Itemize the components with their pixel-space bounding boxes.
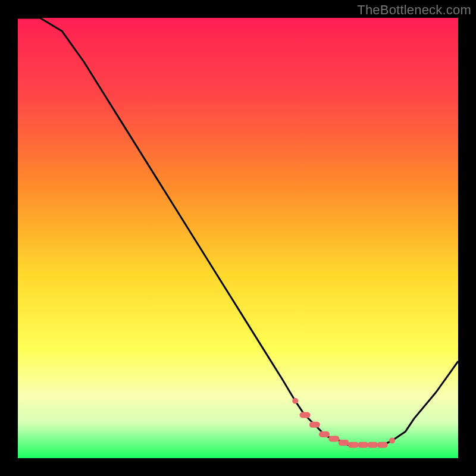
chart-plot bbox=[18, 18, 458, 458]
curve-marker bbox=[300, 412, 311, 418]
chart-frame: TheBottleneck.com bbox=[0, 0, 476, 476]
curve-marker bbox=[309, 422, 320, 428]
chart-svg bbox=[18, 18, 458, 458]
curve-marker bbox=[319, 431, 330, 437]
curve-marker bbox=[339, 440, 349, 446]
curve-marker bbox=[367, 442, 378, 448]
curve-marker bbox=[292, 398, 298, 404]
gradient-background bbox=[18, 18, 458, 458]
curve-marker bbox=[348, 442, 359, 448]
curve-marker bbox=[358, 442, 368, 448]
watermark-label: TheBottleneck.com bbox=[357, 2, 471, 18]
curve-marker bbox=[377, 442, 388, 448]
curve-marker bbox=[328, 436, 339, 441]
curve-marker bbox=[389, 437, 395, 443]
